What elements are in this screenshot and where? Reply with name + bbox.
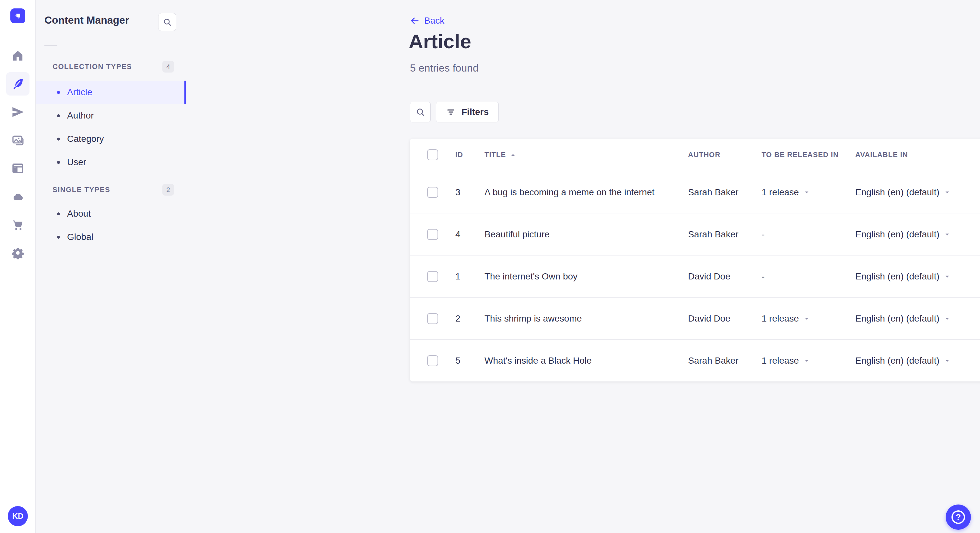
cell-release[interactable]: - [762, 229, 855, 240]
table-search-button[interactable] [410, 102, 431, 122]
collection-types-label: COLLECTION TYPES [52, 62, 132, 71]
subnav-item[interactable]: Author [36, 104, 186, 127]
subnav-item-label: User [67, 157, 86, 167]
main-nav-rail: KD [0, 0, 36, 533]
cell-available-in[interactable]: English (en) (default) [855, 271, 980, 282]
cell-release[interactable]: 1 release [762, 187, 855, 198]
subnav-title: Content Manager [45, 14, 129, 26]
subnav-item[interactable]: Category [36, 127, 186, 151]
cart-icon[interactable] [6, 213, 30, 236]
cell-release[interactable]: - [762, 271, 855, 282]
cell-release[interactable]: 1 release [762, 355, 855, 366]
column-header-title[interactable]: TITLE [485, 151, 688, 159]
bullet-icon [57, 213, 60, 215]
filters-button[interactable]: Filters [436, 102, 499, 122]
chevron-down-icon [944, 273, 950, 280]
help-button[interactable]: ? [946, 504, 971, 530]
subnav-item[interactable]: About [36, 202, 186, 225]
chevron-down-icon [944, 231, 950, 238]
table-row[interactable]: 1 The internet's Own boy David Doe - Eng… [410, 255, 980, 297]
table-row[interactable]: 3 A bug is becoming a meme on the intern… [410, 171, 980, 213]
chevron-down-icon [803, 357, 810, 364]
search-icon [415, 107, 425, 117]
bullet-icon [57, 161, 60, 164]
table-row[interactable]: 5 What's inside a Black Hole Sarah Baker… [410, 339, 980, 381]
search-icon [162, 17, 172, 27]
cell-id: 1 [455, 271, 485, 282]
cell-title: A bug is becoming a meme on the internet [485, 187, 688, 198]
single-types-header: SINGLE TYPES 2 [36, 184, 186, 195]
column-header-available-in: AVAILABLE IN [855, 151, 980, 159]
arrow-left-icon [410, 16, 420, 25]
row-checkbox[interactable] [427, 313, 438, 324]
row-checkbox[interactable] [427, 187, 438, 198]
cell-release[interactable]: 1 release [762, 314, 855, 324]
cloud-icon[interactable] [6, 185, 30, 208]
cell-id: 4 [455, 229, 485, 240]
filter-icon [446, 107, 456, 117]
select-all-checkbox[interactable] [427, 149, 438, 160]
user-avatar[interactable]: KD [8, 506, 28, 526]
collection-types-header: COLLECTION TYPES 4 [36, 61, 186, 73]
table-row[interactable]: 2 This shrimp is awesome David Doe 1 rel… [410, 297, 980, 339]
cell-title: Beautiful picture [485, 229, 688, 240]
cell-id: 3 [455, 187, 485, 198]
chevron-down-icon [803, 189, 810, 195]
filters-label: Filters [461, 107, 489, 117]
cell-title: This shrimp is awesome [485, 314, 688, 324]
cell-author: Sarah Baker [688, 187, 762, 198]
layout-icon[interactable] [6, 157, 30, 180]
question-icon: ? [951, 510, 965, 524]
entries-table: ID TITLE AUTHOR TO BE RELEASED IN AVAILA… [410, 139, 980, 381]
column-header-id: ID [455, 151, 485, 159]
cell-author: David Doe [688, 271, 762, 282]
chevron-down-icon [803, 316, 810, 322]
cell-title: The internet's Own boy [485, 271, 688, 282]
bullet-icon [57, 91, 60, 94]
strapi-logo[interactable] [10, 8, 25, 23]
back-link[interactable]: Back [410, 16, 444, 26]
row-checkbox[interactable] [427, 271, 438, 282]
row-checkbox[interactable] [427, 355, 438, 366]
single-types-list: About Global [36, 202, 186, 249]
subnav-item-label: Article [67, 87, 92, 97]
content-manager-feather-icon[interactable] [6, 72, 30, 95]
cell-author: Sarah Baker [688, 355, 762, 366]
content-manager-subnav: Content Manager COLLECTION TYPES 4 Artic… [36, 0, 186, 533]
subnav-divider [45, 45, 57, 46]
subnav-search-button[interactable] [158, 13, 176, 31]
main-content: Back Article 5 entries found Create new … [186, 0, 980, 533]
gear-icon[interactable] [6, 241, 30, 265]
cell-available-in[interactable]: English (en) (default) [855, 187, 980, 198]
bullet-icon [57, 236, 60, 239]
media-library-icon[interactable] [6, 128, 30, 152]
table-row[interactable]: 4 Beautiful picture Sarah Baker - Englis… [410, 213, 980, 255]
page-title: Article [409, 30, 471, 53]
subnav-item[interactable]: User [36, 151, 186, 174]
cell-title: What's inside a Black Hole [485, 355, 688, 366]
cell-author: Sarah Baker [688, 229, 762, 240]
bullet-icon [57, 138, 60, 141]
cell-available-in[interactable]: English (en) (default) [855, 314, 980, 324]
chevron-down-icon [944, 357, 950, 364]
chevron-down-icon [944, 189, 950, 195]
row-checkbox[interactable] [427, 229, 438, 240]
subnav-item-label: About [67, 209, 91, 219]
cell-available-in[interactable]: English (en) (default) [855, 355, 980, 366]
subnav-item-label: Global [67, 232, 93, 242]
subnav-item[interactable]: Article [36, 81, 186, 104]
collection-types-count-badge: 4 [162, 61, 174, 73]
subnav-item-label: Author [67, 110, 94, 121]
single-types-count-badge: 2 [162, 184, 174, 195]
cell-available-in[interactable]: English (en) (default) [855, 229, 980, 240]
back-label: Back [424, 16, 444, 26]
subnav-item[interactable]: Global [36, 225, 186, 249]
send-icon[interactable] [6, 100, 30, 124]
cell-id: 2 [455, 314, 485, 324]
cell-author: David Doe [688, 314, 762, 324]
table-header-row: ID TITLE AUTHOR TO BE RELEASED IN AVAILA… [410, 139, 980, 171]
chevron-down-icon [944, 316, 950, 322]
rail-footer: KD [0, 499, 36, 533]
subnav-item-label: Category [67, 134, 104, 144]
home-icon[interactable] [6, 44, 30, 67]
